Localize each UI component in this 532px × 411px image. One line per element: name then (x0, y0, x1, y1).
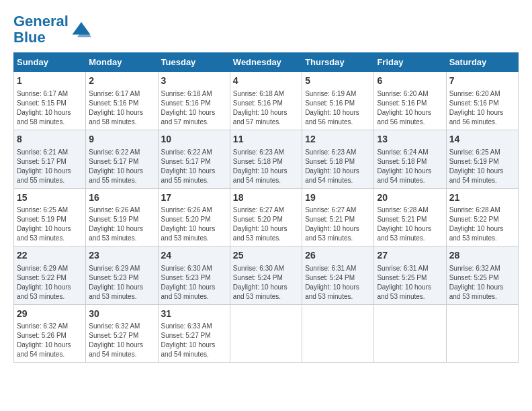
day-info: Sunrise: 6:22 AM Sunset: 5:17 PM Dayligh… (161, 148, 227, 185)
day-number: 15 (17, 191, 83, 205)
day-info: Sunrise: 6:31 AM Sunset: 5:25 PM Dayligh… (377, 264, 443, 302)
day-number: 31 (161, 308, 227, 321)
calendar-cell: 7Sunrise: 6:20 AM Sunset: 5:16 PM Daylig… (446, 72, 518, 130)
calendar-cell (446, 304, 518, 363)
day-number: 10 (161, 133, 227, 146)
calendar-cell: 29Sunrise: 6:32 AM Sunset: 5:26 PM Dayli… (14, 304, 86, 363)
day-number: 11 (233, 133, 299, 146)
col-header-thursday: Thursday (302, 53, 374, 72)
calendar-cell: 22Sunrise: 6:29 AM Sunset: 5:22 PM Dayli… (14, 246, 86, 305)
day-number: 25 (233, 249, 299, 263)
day-info: Sunrise: 6:20 AM Sunset: 5:16 PM Dayligh… (377, 89, 443, 127)
day-info: Sunrise: 6:21 AM Sunset: 5:17 PM Dayligh… (17, 148, 83, 185)
day-number: 18 (233, 191, 299, 205)
calendar-cell: 13Sunrise: 6:24 AM Sunset: 5:18 PM Dayli… (374, 130, 446, 188)
col-header-friday: Friday (374, 53, 446, 72)
day-info: Sunrise: 6:19 AM Sunset: 5:16 PM Dayligh… (305, 89, 371, 127)
col-header-sunday: Sunday (14, 53, 86, 72)
calendar-cell: 21Sunrise: 6:28 AM Sunset: 5:22 PM Dayli… (446, 188, 518, 246)
day-number: 30 (89, 308, 154, 321)
day-number: 24 (161, 249, 227, 263)
day-number: 1 (17, 75, 83, 88)
calendar-cell: 3Sunrise: 6:18 AM Sunset: 5:16 PM Daylig… (158, 72, 230, 130)
calendar-cell: 16Sunrise: 6:26 AM Sunset: 5:19 PM Dayli… (86, 188, 158, 246)
day-info: Sunrise: 6:32 AM Sunset: 5:25 PM Dayligh… (449, 264, 515, 302)
calendar-cell: 20Sunrise: 6:28 AM Sunset: 5:21 PM Dayli… (374, 188, 446, 246)
day-number: 12 (305, 133, 371, 146)
day-number: 22 (17, 249, 83, 263)
calendar-cell: 11Sunrise: 6:23 AM Sunset: 5:18 PM Dayli… (230, 130, 302, 188)
day-info: Sunrise: 6:18 AM Sunset: 5:16 PM Dayligh… (161, 89, 227, 127)
day-info: Sunrise: 6:32 AM Sunset: 5:26 PM Dayligh… (17, 322, 83, 359)
day-info: Sunrise: 6:28 AM Sunset: 5:21 PM Dayligh… (377, 205, 443, 243)
col-header-wednesday: Wednesday (230, 53, 302, 72)
calendar-cell: 4Sunrise: 6:18 AM Sunset: 5:16 PM Daylig… (230, 72, 302, 130)
calendar-cell: 14Sunrise: 6:25 AM Sunset: 5:19 PM Dayli… (446, 130, 518, 188)
day-info: Sunrise: 6:17 AM Sunset: 5:15 PM Dayligh… (17, 89, 83, 127)
calendar-cell: 6Sunrise: 6:20 AM Sunset: 5:16 PM Daylig… (374, 72, 446, 130)
calendar-cell: 27Sunrise: 6:31 AM Sunset: 5:25 PM Dayli… (374, 246, 446, 305)
day-info: Sunrise: 6:27 AM Sunset: 5:20 PM Dayligh… (233, 205, 299, 243)
calendar-table: SundayMondayTuesdayWednesdayThursdayFrid… (13, 52, 519, 363)
col-header-tuesday: Tuesday (158, 53, 230, 72)
calendar-cell: 17Sunrise: 6:26 AM Sunset: 5:20 PM Dayli… (158, 188, 230, 246)
calendar-cell: 10Sunrise: 6:22 AM Sunset: 5:17 PM Dayli… (158, 130, 230, 188)
calendar-cell: 12Sunrise: 6:23 AM Sunset: 5:18 PM Dayli… (302, 130, 374, 188)
day-number: 7 (449, 75, 515, 88)
day-info: Sunrise: 6:30 AM Sunset: 5:24 PM Dayligh… (233, 264, 299, 302)
calendar-cell: 18Sunrise: 6:27 AM Sunset: 5:20 PM Dayli… (230, 188, 302, 246)
day-number: 26 (305, 249, 371, 263)
day-info: Sunrise: 6:26 AM Sunset: 5:20 PM Dayligh… (161, 205, 227, 243)
day-number: 3 (161, 75, 227, 88)
day-info: Sunrise: 6:23 AM Sunset: 5:18 PM Dayligh… (305, 148, 371, 185)
calendar-cell: 26Sunrise: 6:31 AM Sunset: 5:24 PM Dayli… (302, 246, 374, 305)
day-number: 8 (17, 133, 83, 146)
day-number: 28 (449, 249, 515, 263)
calendar-week-3: 15Sunrise: 6:25 AM Sunset: 5:19 PM Dayli… (14, 188, 519, 246)
day-info: Sunrise: 6:22 AM Sunset: 5:17 PM Dayligh… (89, 148, 154, 185)
day-number: 13 (377, 133, 443, 146)
day-number: 20 (377, 191, 443, 205)
day-number: 5 (305, 75, 371, 88)
calendar-cell: 19Sunrise: 6:27 AM Sunset: 5:21 PM Dayli… (302, 188, 374, 246)
calendar-cell: 24Sunrise: 6:30 AM Sunset: 5:23 PM Dayli… (158, 246, 230, 305)
day-number: 27 (377, 249, 443, 263)
calendar-cell (302, 304, 374, 363)
day-number: 23 (89, 249, 154, 263)
day-info: Sunrise: 6:27 AM Sunset: 5:21 PM Dayligh… (305, 205, 371, 243)
calendar-cell: 28Sunrise: 6:32 AM Sunset: 5:25 PM Dayli… (446, 246, 518, 305)
day-number: 6 (377, 75, 443, 88)
day-info: Sunrise: 6:25 AM Sunset: 5:19 PM Dayligh… (449, 148, 515, 185)
calendar-cell: 1Sunrise: 6:17 AM Sunset: 5:15 PM Daylig… (14, 72, 86, 130)
day-number: 9 (89, 133, 154, 146)
calendar-week-1: 1Sunrise: 6:17 AM Sunset: 5:15 PM Daylig… (14, 72, 519, 130)
logo-text: GeneralBlue (13, 13, 69, 46)
page-header: GeneralBlue (13, 13, 519, 46)
calendar-cell: 8Sunrise: 6:21 AM Sunset: 5:17 PM Daylig… (14, 130, 86, 188)
logo-icon (71, 19, 91, 40)
calendar-week-4: 22Sunrise: 6:29 AM Sunset: 5:22 PM Dayli… (14, 246, 519, 305)
day-info: Sunrise: 6:26 AM Sunset: 5:19 PM Dayligh… (89, 205, 154, 243)
col-header-monday: Monday (86, 53, 158, 72)
day-info: Sunrise: 6:17 AM Sunset: 5:16 PM Dayligh… (89, 89, 154, 127)
calendar-cell (374, 304, 446, 363)
day-info: Sunrise: 6:24 AM Sunset: 5:18 PM Dayligh… (377, 148, 443, 185)
day-info: Sunrise: 6:31 AM Sunset: 5:24 PM Dayligh… (305, 264, 371, 302)
day-info: Sunrise: 6:28 AM Sunset: 5:22 PM Dayligh… (449, 205, 515, 243)
day-info: Sunrise: 6:18 AM Sunset: 5:16 PM Dayligh… (233, 89, 299, 127)
day-number: 17 (161, 191, 227, 205)
calendar-week-5: 29Sunrise: 6:32 AM Sunset: 5:26 PM Dayli… (14, 304, 519, 363)
day-info: Sunrise: 6:29 AM Sunset: 5:22 PM Dayligh… (17, 264, 83, 302)
day-info: Sunrise: 6:25 AM Sunset: 5:19 PM Dayligh… (17, 205, 83, 243)
day-info: Sunrise: 6:29 AM Sunset: 5:23 PM Dayligh… (89, 264, 154, 302)
day-number: 29 (17, 308, 83, 321)
day-info: Sunrise: 6:33 AM Sunset: 5:27 PM Dayligh… (161, 322, 227, 359)
day-number: 4 (233, 75, 299, 88)
calendar-cell: 5Sunrise: 6:19 AM Sunset: 5:16 PM Daylig… (302, 72, 374, 130)
calendar-cell: 31Sunrise: 6:33 AM Sunset: 5:27 PM Dayli… (158, 304, 230, 363)
col-header-saturday: Saturday (446, 53, 518, 72)
calendar-cell: 30Sunrise: 6:32 AM Sunset: 5:27 PM Dayli… (86, 304, 158, 363)
day-number: 2 (89, 75, 154, 88)
day-info: Sunrise: 6:20 AM Sunset: 5:16 PM Dayligh… (449, 89, 515, 127)
day-number: 14 (449, 133, 515, 146)
